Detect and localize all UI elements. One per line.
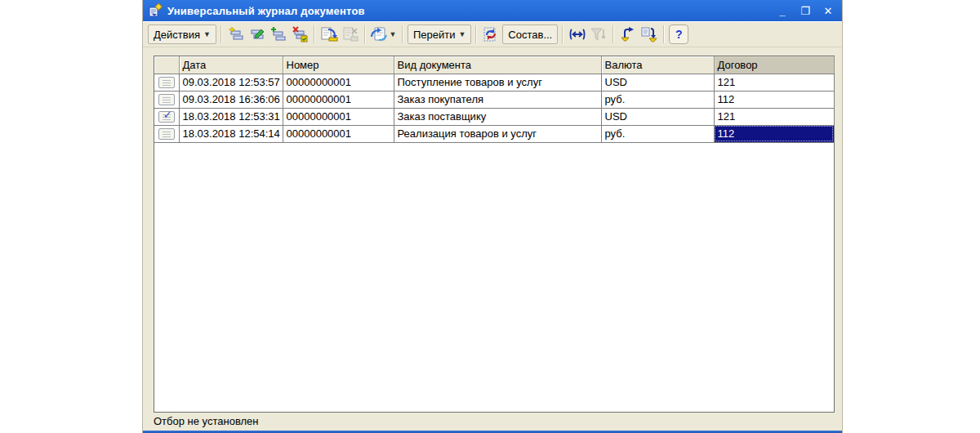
toolbar: Действия ▼ (143, 21, 842, 47)
cell-contract[interactable]: 121 (714, 108, 834, 125)
refresh-icon[interactable] (481, 25, 501, 44)
chevron-down-icon: ▼ (458, 30, 466, 38)
cell-date[interactable]: 18.03.2018 12:53:31 (179, 108, 283, 125)
table-row[interactable]: ✓ 18.03.2018 12:53:31 00000000001 Заказ … (154, 108, 834, 125)
cell-doctype[interactable]: Поступление товаров и услуг (394, 74, 601, 91)
cell-currency[interactable]: руб. (601, 91, 714, 108)
title-bar[interactable]: Универсальный журнал документов _ ❐ ✕ (143, 0, 842, 21)
table-header-row: Дата Номер Вид документа Валюта Договор (154, 56, 834, 74)
toolbar-separator (364, 25, 366, 43)
cell-number[interactable]: 00000000001 (283, 91, 394, 108)
goto-label: Перейти (413, 29, 456, 41)
toolbar-separator (562, 25, 564, 43)
cell-currency[interactable]: USD (601, 108, 714, 125)
cell-contract[interactable]: 121 (714, 74, 834, 91)
window-title: Универсальный журнал документов (167, 5, 775, 17)
cell-date[interactable]: 09.03.2018 12:53:57 (179, 74, 283, 91)
document-status-icon (154, 125, 179, 142)
delete-row-icon[interactable] (290, 25, 310, 44)
cell-number[interactable]: 00000000001 (283, 74, 394, 91)
compose-label: Состав... (508, 29, 552, 41)
column-header-doctype[interactable]: Вид документа (394, 56, 601, 74)
column-header-icon[interactable] (154, 56, 179, 74)
edit-row-icon[interactable] (247, 25, 267, 44)
goto-button[interactable]: Перейти ▼ (408, 25, 471, 44)
actions-button[interactable]: Действия ▼ (148, 25, 216, 44)
chevron-down-icon: ▼ (203, 30, 211, 38)
copy-row-icon[interactable] (269, 25, 288, 44)
filter-status-text: Отбор не установлен (154, 415, 259, 427)
column-width-icon[interactable] (568, 25, 587, 44)
filter-by-value-icon[interactable] (618, 25, 638, 44)
document-table: Дата Номер Вид документа Валюта Договор … (154, 56, 835, 413)
actions-label: Действия (154, 29, 200, 41)
toolbar-separator (220, 25, 222, 43)
document-status-icon (154, 74, 179, 91)
close-button[interactable]: ✕ (821, 3, 835, 18)
selected-cell-contract[interactable]: 112 (714, 125, 834, 142)
cell-doctype[interactable]: Заказ покупателя (394, 91, 601, 108)
journal-icon (148, 3, 163, 18)
table-row[interactable]: 09.03.2018 12:53:57 00000000001 Поступле… (154, 74, 834, 91)
maximize-button[interactable]: ❐ (798, 3, 813, 18)
enter-on-basis-icon[interactable]: ▼ (370, 25, 398, 44)
unpost-document-icon[interactable] (341, 25, 360, 44)
cell-doctype[interactable]: Реализация товаров и услуг (394, 125, 601, 142)
post-document-icon[interactable] (319, 25, 339, 44)
chevron-down-icon: ▼ (389, 30, 396, 38)
journal-window: Универсальный журнал документов _ ❐ ✕ Де… (142, 0, 843, 433)
column-header-currency[interactable]: Валюта (601, 56, 714, 74)
document-posted-icon: ✓ (154, 108, 179, 125)
column-header-date[interactable]: Дата (179, 56, 283, 74)
document-status-icon (154, 91, 179, 108)
toolbar-separator (612, 25, 614, 43)
filter-settings-icon[interactable] (589, 25, 608, 44)
toolbar-separator (663, 25, 665, 43)
cell-date[interactable]: 18.03.2018 12:54:14 (179, 125, 283, 142)
column-header-number[interactable]: Номер (283, 56, 394, 74)
minimize-button[interactable]: _ (775, 3, 790, 18)
filter-history-icon[interactable] (639, 25, 659, 44)
cell-doctype[interactable]: Заказ поставщику (394, 108, 601, 125)
cell-number[interactable]: 00000000001 (283, 125, 394, 142)
cell-currency[interactable]: руб. (601, 125, 714, 142)
status-bar: Отбор не установлен (154, 413, 842, 428)
compose-button[interactable]: Состав... (502, 25, 558, 44)
cell-currency[interactable]: USD (601, 74, 714, 91)
column-header-contract[interactable]: Договор (714, 56, 834, 74)
toolbar-separator (402, 25, 403, 43)
toolbar-separator (314, 25, 315, 43)
cell-contract[interactable]: 112 (714, 91, 834, 108)
cell-number[interactable]: 00000000001 (283, 108, 394, 125)
add-row-icon[interactable] (226, 25, 246, 44)
table-row[interactable]: 09.03.2018 16:36:06 00000000001 Заказ по… (154, 91, 834, 108)
table-row[interactable]: 18.03.2018 12:54:14 00000000001 Реализац… (154, 125, 834, 142)
cell-date[interactable]: 09.03.2018 16:36:06 (179, 91, 283, 108)
toolbar-separator (475, 25, 477, 43)
help-button[interactable]: ? (669, 25, 688, 44)
